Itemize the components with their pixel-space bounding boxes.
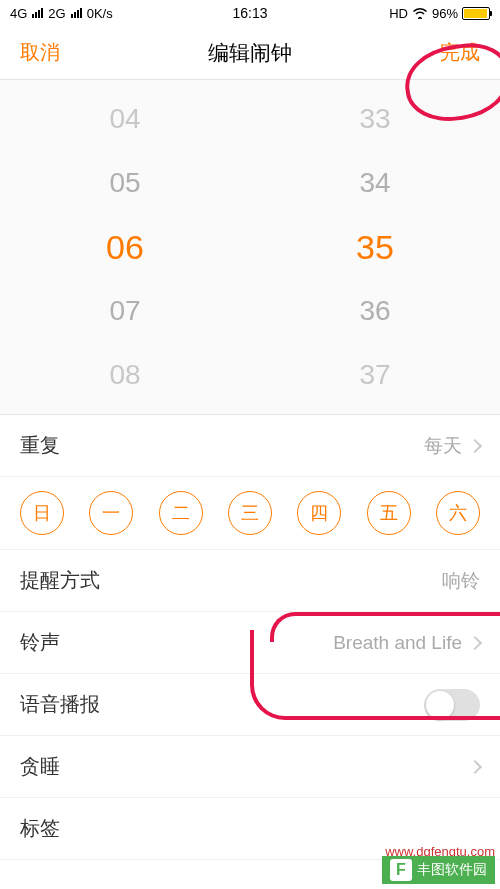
status-time: 16:13	[232, 5, 267, 21]
reminder-label: 提醒方式	[20, 567, 100, 594]
minute-option[interactable]: 33	[250, 87, 500, 151]
day-fri[interactable]: 五	[367, 491, 411, 535]
net-speed: 0K/s	[87, 6, 113, 21]
hour-option[interactable]: 08	[0, 343, 250, 407]
hour-option[interactable]: 07	[0, 279, 250, 343]
hour-picker[interactable]: 04 05 06 07 08	[0, 80, 250, 414]
watermark-logo-icon: F	[390, 859, 412, 881]
day-sat[interactable]: 六	[436, 491, 480, 535]
tag-label: 标签	[20, 815, 60, 842]
chevron-right-icon	[468, 438, 482, 452]
repeat-value: 每天	[424, 433, 462, 459]
wifi-icon	[412, 7, 428, 19]
days-selector: 日 一 二 三 四 五 六	[0, 477, 500, 550]
day-tue[interactable]: 二	[159, 491, 203, 535]
reminder-value: 响铃	[442, 568, 480, 594]
signal-bars-icon	[32, 8, 43, 18]
settings-list: 重复 每天 日 一 二 三 四 五 六 提醒方式 响铃 铃声 Breath an…	[0, 415, 500, 860]
page-title: 编辑闹钟	[208, 39, 292, 67]
watermark: F 丰图软件园	[382, 856, 495, 884]
status-bar: 4G 2G 0K/s 16:13 HD 96%	[0, 0, 500, 26]
snooze-row[interactable]: 贪睡	[0, 736, 500, 798]
minute-option[interactable]: 37	[250, 343, 500, 407]
day-sun[interactable]: 日	[20, 491, 64, 535]
chevron-right-icon	[468, 759, 482, 773]
reminder-row[interactable]: 提醒方式 响铃	[0, 550, 500, 612]
ringtone-row[interactable]: 铃声 Breath and Life	[0, 612, 500, 674]
day-thu[interactable]: 四	[297, 491, 341, 535]
minute-option[interactable]: 34	[250, 151, 500, 215]
voice-row: 语音播报	[0, 674, 500, 736]
ringtone-label: 铃声	[20, 629, 60, 656]
hour-option[interactable]: 04	[0, 87, 250, 151]
day-mon[interactable]: 一	[89, 491, 133, 535]
signal-bars-icon	[71, 8, 82, 18]
battery-icon	[462, 7, 490, 20]
chevron-right-icon	[468, 635, 482, 649]
day-wed[interactable]: 三	[228, 491, 272, 535]
minute-picker[interactable]: 33 34 35 36 37	[250, 80, 500, 414]
battery-percent: 96%	[432, 6, 458, 21]
voice-label: 语音播报	[20, 691, 100, 718]
minute-selected[interactable]: 35	[250, 215, 500, 279]
hour-option[interactable]: 05	[0, 151, 250, 215]
snooze-label: 贪睡	[20, 753, 60, 780]
network-4g-label: 4G	[10, 6, 27, 21]
hour-selected[interactable]: 06	[0, 215, 250, 279]
network-2g-label: 2G	[48, 6, 65, 21]
minute-option[interactable]: 36	[250, 279, 500, 343]
voice-toggle[interactable]	[424, 689, 480, 721]
ringtone-value: Breath and Life	[333, 632, 462, 654]
hd-label: HD	[389, 6, 408, 21]
watermark-name: 丰图软件园	[417, 861, 487, 879]
nav-bar: 取消 编辑闹钟 完成	[0, 26, 500, 80]
repeat-label: 重复	[20, 432, 60, 459]
time-picker[interactable]: 04 05 06 07 08 33 34 35 36 37	[0, 80, 500, 415]
cancel-button[interactable]: 取消	[20, 39, 60, 66]
repeat-row[interactable]: 重复 每天	[0, 415, 500, 477]
done-button[interactable]: 完成	[440, 39, 480, 66]
